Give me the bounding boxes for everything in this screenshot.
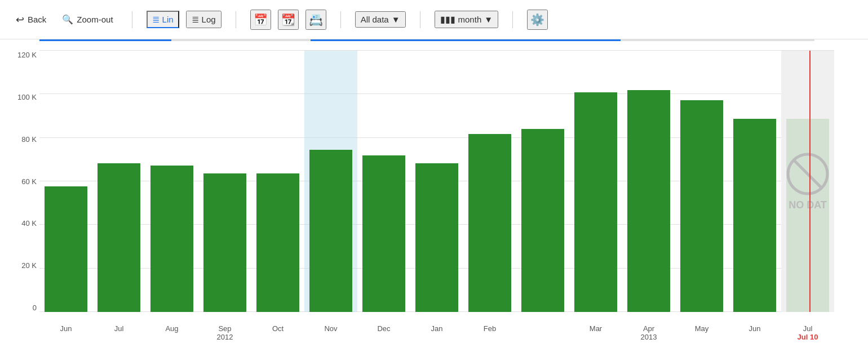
- separator-3: [340, 11, 341, 28]
- granularity-group: ▮▮▮ month ▼: [435, 11, 499, 28]
- bar-nov2012: [309, 150, 352, 312]
- toolbar: ↩ Back 🔍 Zoom-out ≣ Lin ≣ Log 📅 📆 📇 All …: [0, 0, 868, 39]
- separator-2: [236, 11, 236, 28]
- dropdown-arrow-icon: ▼: [392, 15, 400, 24]
- month-view-button[interactable]: 📇: [305, 10, 326, 30]
- dropdown-arrow-icon-2: ▼: [484, 15, 493, 24]
- x-label-may2013: May: [675, 324, 728, 341]
- separator-1: [132, 11, 132, 28]
- bar-group-aug2012[interactable]: [145, 51, 198, 312]
- y-axis: 0 20 K 40 K 60 K 80 K 100 K 120 K: [6, 51, 37, 312]
- no-data-icon: [785, 151, 830, 197]
- x-label-jun2013: Jun: [728, 324, 781, 341]
- y-label-0: 0: [6, 304, 37, 312]
- bar-aug2012: [150, 166, 193, 312]
- bar-oct2012: [256, 173, 299, 312]
- lin-icon: ≣: [152, 14, 160, 25]
- back-label: Back: [28, 15, 46, 24]
- bar-group-feb2-2013[interactable]: [516, 51, 569, 312]
- red-line: [809, 51, 811, 312]
- bar-group-may2013[interactable]: [675, 51, 728, 312]
- svg-line-1: [794, 160, 822, 188]
- x-label-sep2012: Sep2012: [198, 324, 251, 341]
- bar-group-jun2012[interactable]: [39, 51, 92, 312]
- bar-group-sep2012[interactable]: [198, 51, 251, 312]
- separator-5: [512, 11, 513, 28]
- bars-container: NO DAT: [39, 51, 834, 312]
- navigation-group: ↩ Back 🔍 Zoom-out: [11, 11, 118, 28]
- lin-button[interactable]: ≣ Lin: [147, 11, 179, 28]
- bar-sep2012: [203, 173, 246, 312]
- y-label-40k: 40 K: [6, 219, 37, 227]
- bar-group-feb2013[interactable]: [463, 51, 516, 312]
- month-dropdown[interactable]: ▮▮▮ month ▼: [435, 11, 499, 28]
- chart-inner: 0 20 K 40 K 60 K 80 K 100 K 120 K: [39, 51, 834, 312]
- x-label-jul2012: Jul: [92, 324, 145, 341]
- back-button[interactable]: ↩ Back: [11, 11, 51, 28]
- y-label-80k: 80 K: [6, 135, 37, 144]
- chart-icon: ▮▮▮: [440, 14, 455, 25]
- day-view-button[interactable]: 📅: [250, 10, 271, 30]
- zoom-out-label: Zoom-out: [77, 15, 113, 24]
- log-label: Log: [202, 15, 216, 24]
- scale-group: ≣ Lin ≣ Log: [147, 11, 222, 28]
- x-label-nov2012: Nov: [304, 324, 357, 341]
- filter-group: All data ▼: [355, 11, 406, 28]
- week-view-button[interactable]: 📆: [278, 10, 299, 30]
- bar-jun2012: [45, 186, 87, 312]
- y-label-120k: 120 K: [6, 51, 37, 59]
- bar-feb2-2013: [521, 129, 564, 312]
- x-label-feb2-2013: [516, 324, 569, 341]
- lin-label: Lin: [162, 15, 174, 24]
- back-icon: ↩: [16, 14, 24, 26]
- bar-group-nov2012[interactable]: [304, 51, 357, 312]
- settings-icon: ⚙️: [530, 14, 544, 26]
- bar-mar2013: [574, 92, 617, 312]
- bar-group-jun2013[interactable]: [728, 51, 781, 312]
- x-label-mar2013: Mar: [569, 324, 622, 341]
- bar-apr2013: [627, 90, 670, 312]
- bar-group-apr2013[interactable]: [622, 51, 675, 312]
- x-label-dec2012: Dec: [357, 324, 410, 341]
- bar-jan2013: [415, 163, 458, 312]
- top-indicator-left: [39, 39, 171, 41]
- log-button[interactable]: ≣ Log: [186, 11, 222, 28]
- red-line-date-label: Jul 10: [781, 333, 834, 341]
- bar-feb2013: [468, 134, 511, 312]
- separator-4: [420, 11, 420, 28]
- bar-group-jan2013[interactable]: [410, 51, 463, 312]
- bar-group-dec2012[interactable]: [357, 51, 410, 312]
- x-label-jul2013: Jul Jul 10: [781, 324, 834, 341]
- top-indicator-right: [311, 39, 621, 41]
- bar-group-jul2013[interactable]: NO DAT: [781, 51, 834, 312]
- y-label-20k: 20 K: [6, 261, 37, 270]
- x-label-jan2013: Jan: [410, 324, 463, 341]
- bar-dec2012: [362, 155, 405, 312]
- bar-jul2012: [98, 163, 140, 312]
- zoom-out-icon: 🔍: [62, 14, 73, 25]
- chart-area: 0 20 K 40 K 60 K 80 K 100 K 120 K: [0, 39, 868, 357]
- no-data-overlay: NO DAT: [781, 51, 834, 312]
- x-axis: Jun Jul Aug Sep2012 Oct Nov Dec Jan Feb …: [39, 324, 834, 341]
- settings-button[interactable]: ⚙️: [527, 10, 548, 30]
- zoom-out-button[interactable]: 🔍 Zoom-out: [57, 12, 117, 27]
- x-label-oct2012: Oct: [251, 324, 304, 341]
- bar-jun2013: [733, 119, 776, 312]
- all-data-label: All data: [361, 15, 389, 24]
- y-label-60k: 60 K: [6, 177, 37, 186]
- no-data-text: NO DAT: [789, 199, 827, 211]
- bar-may2013: [680, 100, 723, 312]
- all-data-dropdown[interactable]: All data ▼: [355, 11, 406, 28]
- x-label-aug2012: Aug: [145, 324, 198, 341]
- month-label: month: [458, 15, 482, 24]
- x-label-feb2013: Feb: [463, 324, 516, 341]
- bar-group-oct2012[interactable]: [251, 51, 304, 312]
- x-label-apr2013: Apr2013: [622, 324, 675, 341]
- period-group: 📅 📆 📇: [250, 10, 326, 30]
- bar-group-jul2012[interactable]: [92, 51, 145, 312]
- bar-group-mar2013[interactable]: [569, 51, 622, 312]
- y-label-100k: 100 K: [6, 93, 37, 101]
- log-icon: ≣: [192, 14, 199, 25]
- x-label-jun2012: Jun: [39, 324, 92, 341]
